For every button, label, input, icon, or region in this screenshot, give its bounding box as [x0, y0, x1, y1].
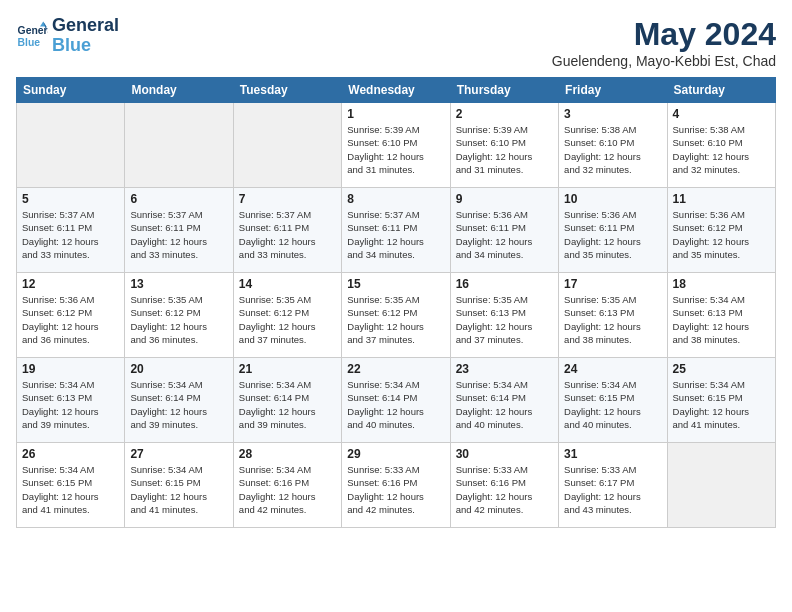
day-info: Sunrise: 5:37 AM Sunset: 6:11 PM Dayligh…: [239, 208, 336, 261]
day-number: 24: [564, 362, 661, 376]
day-info: Sunrise: 5:37 AM Sunset: 6:11 PM Dayligh…: [130, 208, 227, 261]
day-info: Sunrise: 5:38 AM Sunset: 6:10 PM Dayligh…: [564, 123, 661, 176]
day-number: 12: [22, 277, 119, 291]
day-cell: 9Sunrise: 5:36 AM Sunset: 6:11 PM Daylig…: [450, 188, 558, 273]
day-info: Sunrise: 5:34 AM Sunset: 6:15 PM Dayligh…: [564, 378, 661, 431]
day-number: 25: [673, 362, 770, 376]
day-info: Sunrise: 5:39 AM Sunset: 6:10 PM Dayligh…: [347, 123, 444, 176]
day-cell: 6Sunrise: 5:37 AM Sunset: 6:11 PM Daylig…: [125, 188, 233, 273]
location: Guelendeng, Mayo-Kebbi Est, Chad: [552, 53, 776, 69]
day-info: Sunrise: 5:34 AM Sunset: 6:15 PM Dayligh…: [22, 463, 119, 516]
weekday-header-tuesday: Tuesday: [233, 78, 341, 103]
title-block: May 2024 Guelendeng, Mayo-Kebbi Est, Cha…: [552, 16, 776, 69]
day-cell: [17, 103, 125, 188]
day-cell: 30Sunrise: 5:33 AM Sunset: 6:16 PM Dayli…: [450, 443, 558, 528]
weekday-header-thursday: Thursday: [450, 78, 558, 103]
day-info: Sunrise: 5:34 AM Sunset: 6:14 PM Dayligh…: [130, 378, 227, 431]
weekday-header-saturday: Saturday: [667, 78, 775, 103]
day-number: 11: [673, 192, 770, 206]
day-number: 4: [673, 107, 770, 121]
day-number: 27: [130, 447, 227, 461]
week-row-1: 1Sunrise: 5:39 AM Sunset: 6:10 PM Daylig…: [17, 103, 776, 188]
week-row-5: 26Sunrise: 5:34 AM Sunset: 6:15 PM Dayli…: [17, 443, 776, 528]
day-number: 28: [239, 447, 336, 461]
day-cell: 21Sunrise: 5:34 AM Sunset: 6:14 PM Dayli…: [233, 358, 341, 443]
day-number: 26: [22, 447, 119, 461]
day-cell: 7Sunrise: 5:37 AM Sunset: 6:11 PM Daylig…: [233, 188, 341, 273]
day-number: 30: [456, 447, 553, 461]
day-info: Sunrise: 5:34 AM Sunset: 6:14 PM Dayligh…: [239, 378, 336, 431]
day-info: Sunrise: 5:34 AM Sunset: 6:13 PM Dayligh…: [22, 378, 119, 431]
day-cell: 27Sunrise: 5:34 AM Sunset: 6:15 PM Dayli…: [125, 443, 233, 528]
weekday-header-monday: Monday: [125, 78, 233, 103]
day-info: Sunrise: 5:35 AM Sunset: 6:12 PM Dayligh…: [239, 293, 336, 346]
day-cell: 23Sunrise: 5:34 AM Sunset: 6:14 PM Dayli…: [450, 358, 558, 443]
day-cell: 13Sunrise: 5:35 AM Sunset: 6:12 PM Dayli…: [125, 273, 233, 358]
day-number: 5: [22, 192, 119, 206]
svg-text:Blue: Blue: [18, 36, 41, 47]
day-info: Sunrise: 5:35 AM Sunset: 6:13 PM Dayligh…: [564, 293, 661, 346]
day-number: 31: [564, 447, 661, 461]
day-info: Sunrise: 5:39 AM Sunset: 6:10 PM Dayligh…: [456, 123, 553, 176]
day-cell: 10Sunrise: 5:36 AM Sunset: 6:11 PM Dayli…: [559, 188, 667, 273]
day-info: Sunrise: 5:36 AM Sunset: 6:11 PM Dayligh…: [564, 208, 661, 261]
day-cell: 8Sunrise: 5:37 AM Sunset: 6:11 PM Daylig…: [342, 188, 450, 273]
day-number: 2: [456, 107, 553, 121]
day-cell: [667, 443, 775, 528]
day-cell: 2Sunrise: 5:39 AM Sunset: 6:10 PM Daylig…: [450, 103, 558, 188]
month-title: May 2024: [552, 16, 776, 53]
day-info: Sunrise: 5:36 AM Sunset: 6:12 PM Dayligh…: [673, 208, 770, 261]
day-cell: 11Sunrise: 5:36 AM Sunset: 6:12 PM Dayli…: [667, 188, 775, 273]
day-cell: 31Sunrise: 5:33 AM Sunset: 6:17 PM Dayli…: [559, 443, 667, 528]
day-cell: [233, 103, 341, 188]
day-info: Sunrise: 5:33 AM Sunset: 6:16 PM Dayligh…: [347, 463, 444, 516]
day-number: 15: [347, 277, 444, 291]
weekday-header-wednesday: Wednesday: [342, 78, 450, 103]
day-number: 9: [456, 192, 553, 206]
page-header: General Blue General Blue May 2024 Guele…: [16, 16, 776, 69]
svg-text:General: General: [18, 25, 48, 36]
day-cell: [125, 103, 233, 188]
day-number: 19: [22, 362, 119, 376]
weekday-header-row: SundayMondayTuesdayWednesdayThursdayFrid…: [17, 78, 776, 103]
day-info: Sunrise: 5:35 AM Sunset: 6:13 PM Dayligh…: [456, 293, 553, 346]
day-number: 1: [347, 107, 444, 121]
day-cell: 20Sunrise: 5:34 AM Sunset: 6:14 PM Dayli…: [125, 358, 233, 443]
day-info: Sunrise: 5:37 AM Sunset: 6:11 PM Dayligh…: [347, 208, 444, 261]
day-cell: 26Sunrise: 5:34 AM Sunset: 6:15 PM Dayli…: [17, 443, 125, 528]
day-number: 22: [347, 362, 444, 376]
day-info: Sunrise: 5:34 AM Sunset: 6:15 PM Dayligh…: [673, 378, 770, 431]
day-info: Sunrise: 5:34 AM Sunset: 6:14 PM Dayligh…: [347, 378, 444, 431]
day-cell: 28Sunrise: 5:34 AM Sunset: 6:16 PM Dayli…: [233, 443, 341, 528]
day-cell: 25Sunrise: 5:34 AM Sunset: 6:15 PM Dayli…: [667, 358, 775, 443]
day-info: Sunrise: 5:34 AM Sunset: 6:13 PM Dayligh…: [673, 293, 770, 346]
day-number: 20: [130, 362, 227, 376]
day-number: 8: [347, 192, 444, 206]
day-number: 18: [673, 277, 770, 291]
day-info: Sunrise: 5:34 AM Sunset: 6:15 PM Dayligh…: [130, 463, 227, 516]
logo: General Blue General Blue: [16, 16, 119, 56]
day-info: Sunrise: 5:37 AM Sunset: 6:11 PM Dayligh…: [22, 208, 119, 261]
day-number: 29: [347, 447, 444, 461]
day-cell: 1Sunrise: 5:39 AM Sunset: 6:10 PM Daylig…: [342, 103, 450, 188]
day-info: Sunrise: 5:36 AM Sunset: 6:12 PM Dayligh…: [22, 293, 119, 346]
day-number: 23: [456, 362, 553, 376]
day-cell: 19Sunrise: 5:34 AM Sunset: 6:13 PM Dayli…: [17, 358, 125, 443]
weekday-header-friday: Friday: [559, 78, 667, 103]
day-number: 13: [130, 277, 227, 291]
day-cell: 29Sunrise: 5:33 AM Sunset: 6:16 PM Dayli…: [342, 443, 450, 528]
day-cell: 24Sunrise: 5:34 AM Sunset: 6:15 PM Dayli…: [559, 358, 667, 443]
day-cell: 22Sunrise: 5:34 AM Sunset: 6:14 PM Dayli…: [342, 358, 450, 443]
logo-icon: General Blue: [16, 20, 48, 52]
day-info: Sunrise: 5:36 AM Sunset: 6:11 PM Dayligh…: [456, 208, 553, 261]
day-info: Sunrise: 5:35 AM Sunset: 6:12 PM Dayligh…: [347, 293, 444, 346]
week-row-3: 12Sunrise: 5:36 AM Sunset: 6:12 PM Dayli…: [17, 273, 776, 358]
day-cell: 3Sunrise: 5:38 AM Sunset: 6:10 PM Daylig…: [559, 103, 667, 188]
day-cell: 18Sunrise: 5:34 AM Sunset: 6:13 PM Dayli…: [667, 273, 775, 358]
day-cell: 16Sunrise: 5:35 AM Sunset: 6:13 PM Dayli…: [450, 273, 558, 358]
day-cell: 5Sunrise: 5:37 AM Sunset: 6:11 PM Daylig…: [17, 188, 125, 273]
day-number: 10: [564, 192, 661, 206]
day-cell: 4Sunrise: 5:38 AM Sunset: 6:10 PM Daylig…: [667, 103, 775, 188]
day-cell: 12Sunrise: 5:36 AM Sunset: 6:12 PM Dayli…: [17, 273, 125, 358]
logo-text: General Blue: [52, 16, 119, 56]
